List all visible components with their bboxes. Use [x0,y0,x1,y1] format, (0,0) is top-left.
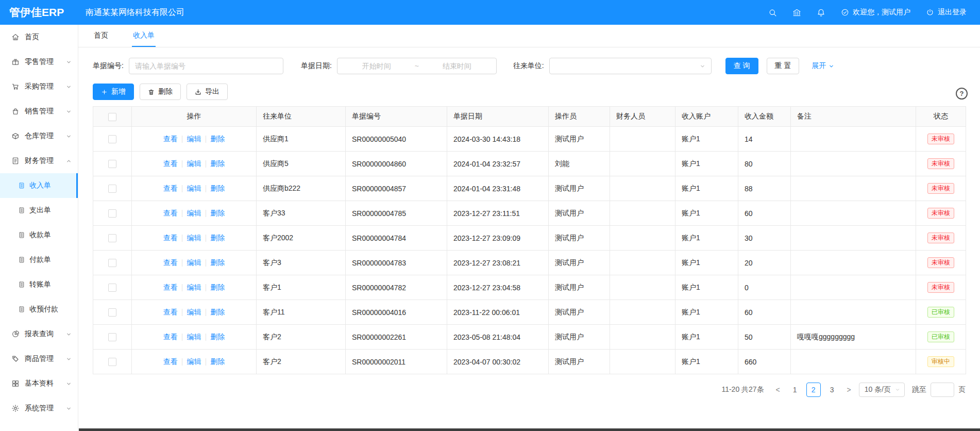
sidebar-item-finance[interactable]: 财务管理 [0,148,78,173]
sidebar-subitem-expense[interactable]: 支出单 [0,198,78,223]
delete-link[interactable]: 删除 [210,184,225,192]
actions-cell: 查看|编辑|删除 [132,300,257,325]
row-checkbox[interactable] [108,308,116,317]
action-divider: | [205,135,207,143]
expand-toggle[interactable]: 展开 [812,61,834,71]
chevron-down-icon [829,63,834,69]
sidebar-item-system[interactable]: 系统管理 [0,396,78,421]
export-button[interactable]: 导出 [187,84,228,100]
delete-link[interactable]: 删除 [210,258,225,267]
sidebar-item-warehouse[interactable]: 仓库管理 [0,124,78,148]
sidebar-subitem-advance[interactable]: 收预付款 [0,297,78,322]
row-checkbox[interactable] [108,333,116,341]
welcome-text: 欢迎您，测试用户 [853,8,910,17]
date-start-input[interactable] [342,61,412,71]
add-button[interactable]: 新增 [93,84,134,100]
prev-page-button[interactable]: < [772,383,784,397]
cell-account: 账户1 [675,176,738,201]
action-divider: | [181,159,183,168]
cell-finance [610,300,675,325]
sidebar-item-goods[interactable]: 商品管理 [0,346,78,371]
row-checkbox[interactable] [108,135,116,143]
warehouse-icon [11,132,20,140]
view-link[interactable]: 查看 [163,184,178,192]
page-button-1[interactable]: 1 [788,383,802,397]
view-link[interactable]: 查看 [163,135,178,143]
bell-icon[interactable] [817,8,825,17]
cell-finance [610,201,675,226]
delete-link[interactable]: 删除 [210,308,225,316]
select-all-checkbox[interactable] [108,113,116,121]
page-size-select[interactable]: 10 条/页 [859,383,905,397]
sidebar-item-report[interactable]: 报表查询 [0,322,78,346]
delete-link[interactable]: 删除 [210,135,225,143]
page-button-2[interactable]: 2 [806,383,821,397]
sidebar-subitem-income[interactable]: 收入单 [0,173,78,198]
next-page-button[interactable]: > [843,383,855,397]
page-button-3[interactable]: 3 [825,383,839,397]
sidebar-item-label: 财务管理 [25,156,66,165]
edit-link[interactable]: 编辑 [187,135,201,143]
actions-cell: 查看|编辑|删除 [132,201,257,226]
date-end-input[interactable] [422,61,492,71]
delete-button[interactable]: 删除 [140,84,181,100]
delete-link[interactable]: 删除 [210,357,225,366]
income-page: 单据编号: 单据日期: ~ 往来单位: 查 询 重 置 [78,47,980,431]
help-icon[interactable]: ? [956,88,968,100]
row-checkbox[interactable] [108,284,116,292]
table-row: 查看|编辑|删除供应商1SR000000050402024-03-30 14:4… [93,127,966,152]
view-link[interactable]: 查看 [163,308,178,316]
view-link[interactable]: 查看 [163,234,178,242]
row-checkbox[interactable] [108,160,116,168]
view-link[interactable]: 查看 [163,333,178,341]
edit-link[interactable]: 编辑 [187,283,201,291]
doc-no-input[interactable] [129,58,283,74]
tab-income[interactable]: 收入单 [132,31,156,47]
view-link[interactable]: 查看 [163,258,178,267]
delete-link[interactable]: 删除 [210,209,225,217]
edit-link[interactable]: 编辑 [187,234,201,242]
sidebar-subitem-payment[interactable]: 付款单 [0,247,78,272]
sidebar-item-retail[interactable]: 零售管理 [0,49,78,74]
delete-link[interactable]: 删除 [210,283,225,291]
cell-doc-no: SR00000004785 [346,201,447,226]
row-checkbox[interactable] [108,358,116,366]
sidebar-item-basedata[interactable]: 基本资料 [0,371,78,396]
delete-link[interactable]: 删除 [210,159,225,168]
edit-link[interactable]: 编辑 [187,258,201,267]
edit-link[interactable]: 编辑 [187,333,201,341]
search-icon[interactable] [768,8,777,17]
date-range-picker[interactable]: ~ [337,58,497,74]
edit-link[interactable]: 编辑 [187,159,201,168]
search-button[interactable]: 查 询 [725,58,758,74]
edit-link[interactable]: 编辑 [187,184,201,192]
view-link[interactable]: 查看 [163,283,178,291]
action-divider: | [205,184,207,192]
view-link[interactable]: 查看 [163,209,178,217]
view-link[interactable]: 查看 [163,357,178,366]
row-checkbox[interactable] [108,259,116,267]
checkbox-cell [93,325,132,350]
sidebar-subitem-receipt[interactable]: 收款单 [0,223,78,247]
view-link[interactable]: 查看 [163,159,178,168]
sidebar-item-home[interactable]: 首页 [0,25,78,49]
sidebar-subitem-transfer[interactable]: 转账单 [0,272,78,297]
row-checkbox[interactable] [108,209,116,218]
logout-button[interactable]: 退出登录 [926,8,967,17]
sidebar-item-sales[interactable]: 销售管理 [0,99,78,124]
jump-page-input[interactable] [931,383,954,397]
reset-button[interactable]: 重 置 [767,58,800,74]
row-checkbox[interactable] [108,185,116,193]
delete-link[interactable]: 删除 [210,333,225,341]
sidebar-item-purchase[interactable]: 采购管理 [0,74,78,99]
bank-icon[interactable] [792,8,801,17]
cell-account: 账户1 [675,152,738,176]
edit-link[interactable]: 编辑 [187,308,201,316]
partner-select[interactable] [549,58,712,74]
edit-link[interactable]: 编辑 [187,357,201,366]
delete-link[interactable]: 删除 [210,234,225,242]
tab-home[interactable]: 首页 [93,31,109,47]
edit-link[interactable]: 编辑 [187,209,201,217]
user-menu[interactable]: 欢迎您，测试用户 [841,8,910,17]
row-checkbox[interactable] [108,234,116,242]
